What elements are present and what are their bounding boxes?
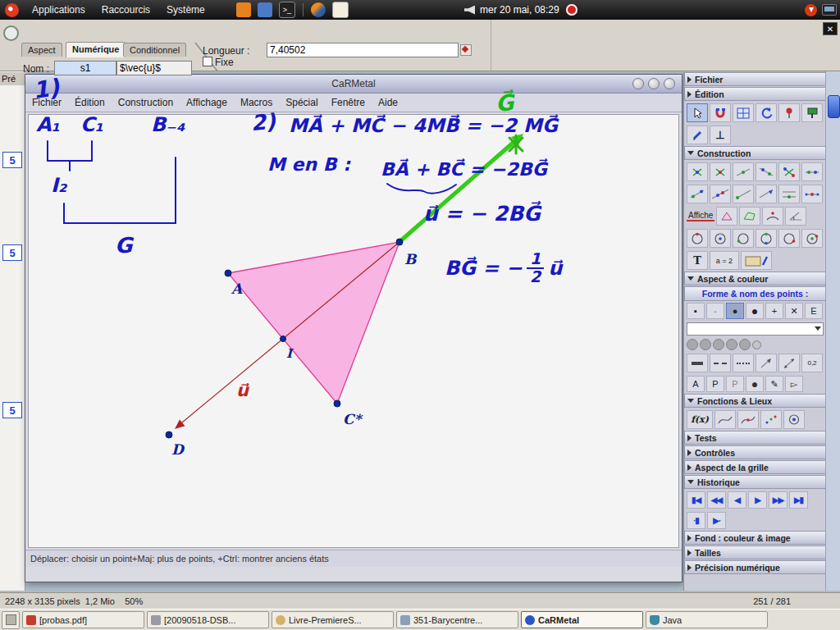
close-icon[interactable]: ✕: [823, 22, 838, 35]
menu-affichage[interactable]: Affichage: [180, 97, 234, 108]
section-historique[interactable]: Historique: [684, 475, 826, 489]
section-precision[interactable]: Précision numérique: [684, 560, 826, 574]
history-fast-forward-icon[interactable]: ▶▶: [769, 491, 788, 509]
menu-special[interactable]: Spécial: [279, 97, 324, 108]
section-fonctions[interactable]: Fonctions & Lieux: [684, 394, 826, 408]
circle-tool-icon[interactable]: [687, 229, 708, 248]
red-marker-icon[interactable]: [460, 44, 472, 56]
history-forward-icon[interactable]: ▶: [748, 491, 767, 509]
firefox-icon[interactable]: [311, 2, 326, 17]
page-thumbnail-badge[interactable]: 5: [2, 244, 22, 261]
section-fond[interactable]: Fond : couleur & image: [684, 531, 826, 545]
section-aspect-couleur[interactable]: Aspect & couleur: [684, 272, 826, 285]
minimize-button[interactable]: [632, 78, 644, 89]
point-shape-dot[interactable]: ∙: [706, 303, 724, 319]
refresh-icon[interactable]: [3, 25, 19, 41]
point-name-dropdown[interactable]: [687, 322, 824, 336]
section-edition[interactable]: Édition: [684, 87, 826, 101]
section-controles[interactable]: Contrôles: [684, 445, 826, 459]
circle-tool-icon[interactable]: [733, 229, 754, 248]
point-size-swatch[interactable]: [687, 339, 698, 350]
menu-construction[interactable]: Construction: [112, 97, 180, 108]
history-first-icon[interactable]: ▮◀: [687, 491, 705, 509]
tool-grid-icon[interactable]: [733, 103, 754, 122]
point-shape-letter[interactable]: E: [805, 303, 823, 319]
history-stop-icon[interactable]: ∙▮: [687, 512, 705, 529]
menu-fenetre[interactable]: Fenêtre: [325, 97, 372, 108]
clock[interactable]: mer 20 mai, 08:29: [480, 4, 559, 16]
history-fast-back-icon[interactable]: ◀◀: [707, 491, 726, 509]
segment-tool-icon[interactable]: [687, 185, 708, 203]
tool-paint-icon[interactable]: [801, 103, 823, 122]
page-thumbnail-badge[interactable]: 5: [2, 402, 22, 418]
expression-tool-icon[interactable]: a = 2: [710, 251, 739, 270]
update-notifier-icon[interactable]: [805, 4, 817, 16]
tab-aspect[interactable]: Aspect: [21, 43, 62, 57]
close-button[interactable]: [664, 78, 675, 89]
length-input[interactable]: [267, 43, 459, 57]
double-arrow-icon[interactable]: [778, 354, 800, 372]
label-style-a[interactable]: A: [687, 376, 705, 392]
section-construction[interactable]: Construction: [684, 146, 826, 160]
point-tool-icon[interactable]: [710, 162, 731, 181]
menu-applications[interactable]: Applications: [24, 0, 94, 20]
label-style-p1[interactable]: P: [706, 376, 724, 392]
vector-tool-icon[interactable]: [756, 185, 777, 203]
circle-tool-icon[interactable]: [801, 229, 823, 248]
section-grille[interactable]: Aspect de la grille: [684, 460, 826, 474]
record-icon[interactable]: [566, 4, 578, 16]
midpoint-tool-icon[interactable]: [801, 185, 823, 203]
label-style-p2[interactable]: P: [726, 376, 744, 392]
scrollbar-thumb[interactable]: [828, 95, 840, 118]
history-back-icon[interactable]: ◀: [728, 491, 746, 509]
tool-pin-icon[interactable]: [778, 103, 800, 122]
curve-tool-icon[interactable]: [714, 410, 736, 429]
circle-tool-icon[interactable]: [756, 229, 777, 248]
parallel-tool-icon[interactable]: [778, 185, 800, 203]
page-thumbnail-badge[interactable]: 5: [2, 152, 22, 168]
function-tool-icon[interactable]: f(x): [687, 410, 713, 429]
point-size-swatch[interactable]: [739, 339, 751, 350]
point-shape-bigdisc[interactable]: ●: [746, 303, 764, 319]
point-size-swatch[interactable]: [700, 339, 711, 350]
line-dotted-icon[interactable]: [733, 354, 754, 372]
circle-tool-icon[interactable]: [710, 229, 731, 248]
affiche-label[interactable]: Affiche: [687, 211, 714, 221]
point-tool-icon[interactable]: [801, 162, 823, 181]
point-tool-icon[interactable]: [733, 162, 754, 181]
menu-macros[interactable]: Macros: [234, 97, 279, 108]
tool-perpendicular-icon[interactable]: ⊥: [710, 126, 731, 144]
section-tailles[interactable]: Tailles: [684, 546, 826, 559]
angle-tool-icon[interactable]: [785, 207, 806, 226]
window-titlebar[interactable]: CaRMetal: [25, 75, 682, 94]
line-tool-icon[interactable]: [710, 185, 731, 203]
point-shape-disc[interactable]: ●: [726, 303, 744, 319]
point-tool-icon[interactable]: [687, 162, 708, 181]
polygon-tool-icon[interactable]: [716, 207, 737, 226]
section-tests[interactable]: Tests: [684, 431, 826, 445]
menu-fichier[interactable]: Fichier: [25, 97, 68, 108]
taskbar-item-barycentre[interactable]: 351-Barycentre...: [396, 611, 518, 628]
distribution-logo-icon[interactable]: [5, 3, 19, 17]
menu-raccourcis[interactable]: Raccourcis: [94, 0, 158, 20]
circle-tool-icon[interactable]: [778, 229, 800, 248]
point-tool-icon[interactable]: [778, 162, 800, 181]
software-launcher-icon[interactable]: [258, 2, 272, 17]
text-tool-icon[interactable]: T: [687, 251, 708, 270]
taskbar-item-java[interactable]: Java: [646, 611, 768, 628]
taskbar-item-livre[interactable]: Livre-PremiereS...: [272, 611, 394, 628]
label-style-pointer-icon[interactable]: ▻: [785, 376, 803, 392]
volume-icon[interactable]: [464, 6, 475, 15]
menu-aide[interactable]: Aide: [372, 97, 404, 108]
line-thick-icon[interactable]: [687, 354, 708, 372]
arrow-style-icon[interactable]: [756, 354, 777, 372]
point-shape-square[interactable]: ▪: [687, 303, 705, 319]
locus-tool-icon[interactable]: [737, 410, 759, 429]
tab-conditionnel[interactable]: Conditionnel: [123, 43, 186, 57]
target-tool-icon[interactable]: [783, 410, 805, 429]
tool-undo-icon[interactable]: [756, 103, 777, 122]
latex-input[interactable]: [116, 61, 192, 75]
notes-icon[interactable]: [332, 2, 349, 18]
ray-tool-icon[interactable]: [733, 185, 754, 203]
menu-edition[interactable]: Édition: [68, 97, 112, 108]
